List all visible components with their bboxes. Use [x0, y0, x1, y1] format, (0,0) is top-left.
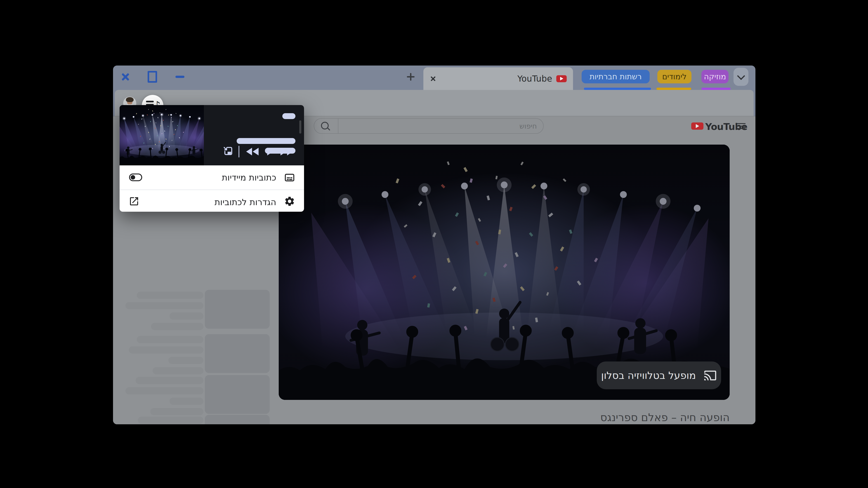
skeleton-text-line: [168, 357, 204, 364]
search-divider: [338, 119, 338, 133]
skeleton-text-line: [135, 377, 204, 384]
previous-track-button[interactable]: [246, 145, 258, 158]
caption-settings-label: הגדרות לכתוביות: [215, 190, 276, 214]
tab-group-label: רשתות חברתיות: [590, 72, 642, 81]
media-controls-popup: כתוביות מיידיות הגדרות לכתוביות: [120, 105, 304, 212]
rewind-icon: [246, 148, 258, 156]
caption-settings-row[interactable]: הגדרות לכתוביות: [120, 190, 304, 214]
window-maximize-button[interactable]: [147, 71, 158, 82]
live-captions-row[interactable]: כתוביות מיידיות: [120, 165, 304, 190]
skeleton-text-line: [150, 408, 204, 415]
skeleton-text-line: [137, 336, 204, 343]
tab-group-label: מוזיקה: [704, 72, 726, 81]
next-track-button[interactable]: [281, 145, 293, 158]
search-placeholder: חיפוש: [520, 119, 537, 133]
youtube-page: חיפוש YouTube: [113, 116, 755, 424]
skeleton-text-line: [125, 387, 204, 394]
tab-youtube[interactable]: YouTube: [423, 67, 573, 90]
live-captions-label: כתוביות מיידיות: [222, 165, 276, 190]
media-title-skeleton: [282, 113, 296, 119]
captions-icon: [283, 171, 296, 184]
tab-title: YouTube: [436, 74, 552, 84]
close-icon: [121, 72, 130, 81]
picture-in-picture-button[interactable]: [222, 145, 235, 158]
cast-status-label: מופעל בטלוויזיה בסלון: [601, 369, 696, 381]
media-artwork: [120, 105, 204, 165]
maximize-icon: [148, 71, 157, 83]
scrollbar-thumb[interactable]: [299, 121, 301, 133]
open-in-new-icon: [128, 195, 141, 207]
tab-group-label: לימודים: [662, 72, 686, 81]
gear-icon: [283, 195, 296, 207]
play-icon: [267, 148, 273, 156]
screen: YouTube רשתות חברתיות לימודים מוזיקה: [0, 0, 868, 488]
picture-in-picture-icon: [222, 146, 234, 158]
tab-close-icon[interactable]: [430, 76, 436, 82]
plus-icon: [407, 73, 414, 80]
controls-divider: [239, 146, 239, 158]
window-close-button[interactable]: [120, 71, 131, 82]
cast-icon: [704, 370, 717, 381]
search-icon: [321, 122, 329, 129]
browser-window: YouTube רשתות חברתיות לימודים מוזיקה: [113, 66, 755, 424]
media-session-card[interactable]: [120, 105, 304, 165]
cast-status-pill: מופעל בטלוויזיה בסלון: [597, 361, 721, 389]
menu-button[interactable]: [737, 123, 745, 129]
search-bar[interactable]: חיפוש: [314, 118, 544, 134]
new-tab-button[interactable]: [405, 71, 416, 82]
minimize-icon: [176, 76, 184, 78]
fast-forward-icon: [281, 148, 293, 156]
skeleton-thumbnail: [205, 290, 270, 329]
skeleton-text-line: [153, 367, 204, 375]
skeleton-thumbnail: [205, 375, 270, 414]
tab-group-underline: [702, 88, 731, 90]
skeleton-text-line: [138, 417, 204, 424]
video-title: הופעה חיה – פאלם ספרינגס: [279, 411, 730, 424]
youtube-logo-icon[interactable]: [691, 123, 704, 130]
tab-group-underline: [584, 88, 651, 90]
skeleton-thumbnail: [205, 334, 270, 373]
play-button[interactable]: [267, 145, 273, 158]
live-captions-toggle[interactable]: [129, 173, 142, 181]
youtube-favicon-icon: [556, 75, 567, 82]
skeleton-text-line: [169, 398, 204, 405]
skeleton-text-line: [169, 313, 204, 320]
skeleton-text-line: [151, 323, 204, 330]
skeleton-thumbnail: [205, 415, 270, 424]
tab-group-music[interactable]: מוזיקה: [702, 70, 728, 84]
skeleton-text-line: [137, 292, 204, 299]
tab-group-studies[interactable]: לימודים: [657, 70, 691, 84]
media-artist-skeleton: [237, 138, 296, 144]
chevron-down-icon: [737, 72, 745, 80]
skeleton-text-line: [129, 346, 204, 354]
window-minimize-button[interactable]: [175, 71, 185, 82]
skeleton-text-line: [125, 302, 204, 309]
tab-group-underline: [656, 88, 691, 90]
tab-group-social[interactable]: רשתות חברתיות: [582, 70, 650, 84]
video-player[interactable]: מופעל בטלוויזיה בסלון: [279, 144, 730, 400]
tab-search-button[interactable]: [734, 68, 748, 86]
